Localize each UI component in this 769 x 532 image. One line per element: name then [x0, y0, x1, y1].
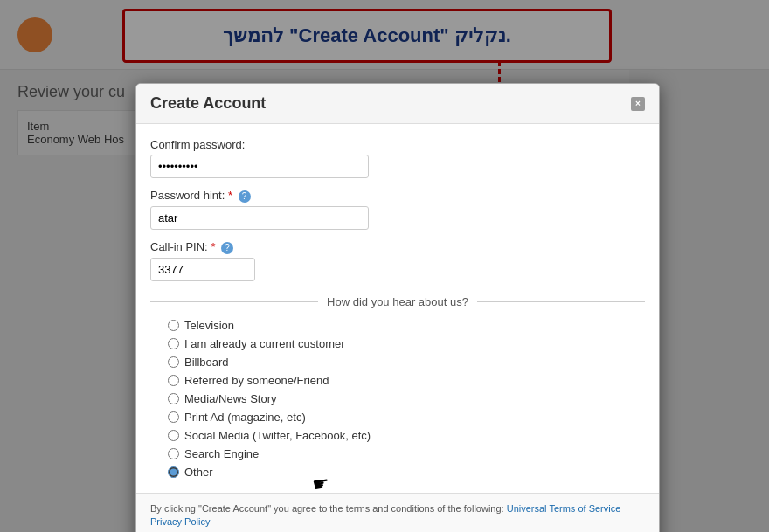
radio-item-print[interactable]: Print Ad (magazine, etc): [168, 411, 627, 424]
radio-item-media[interactable]: Media/News Story: [168, 392, 627, 405]
radio-input-current[interactable]: [168, 338, 179, 349]
how-did-you-hear-group: TelevisionI am already a current custome…: [150, 319, 645, 479]
password-hint-label: Password hint: * ?: [150, 189, 645, 203]
call-in-pin-group: Call-in PIN: * ?: [150, 240, 645, 281]
call-in-pin-required: *: [211, 240, 215, 253]
footer-terms-text: By clicking "Create Account" you agree t…: [150, 502, 645, 529]
call-in-pin-help-icon[interactable]: ?: [221, 242, 233, 254]
password-hint-required: *: [228, 189, 232, 202]
radio-input-referral[interactable]: [168, 375, 179, 386]
radio-item-tv[interactable]: Television: [168, 319, 627, 332]
modal-header: Create Account ×: [136, 84, 659, 124]
radio-item-current[interactable]: I am already a current customer: [168, 337, 627, 350]
password-hint-group: Password hint: * ?: [150, 189, 645, 230]
radio-item-search[interactable]: Search Engine: [168, 447, 627, 460]
create-account-modal: Create Account × Confirm password: Passw…: [135, 83, 660, 532]
radio-item-social[interactable]: Social Media (Twitter, Facebook, etc): [168, 429, 627, 442]
modal-body: Confirm password: Password hint: * ? Cal…: [136, 124, 659, 493]
radio-label-tv: Television: [184, 319, 234, 332]
how-did-you-hear-divider: How did you hear about us?: [150, 295, 645, 308]
privacy-policy-link[interactable]: Privacy Policy: [150, 516, 210, 527]
radio-input-other[interactable]: [168, 466, 179, 478]
radio-item-billboard[interactable]: Billboard: [168, 356, 627, 369]
radio-label-billboard: Billboard: [184, 356, 229, 369]
modal-footer: By clicking "Create Account" you agree t…: [136, 493, 659, 532]
radio-label-other: Other: [184, 466, 213, 479]
radio-label-media: Media/News Story: [184, 392, 276, 405]
radio-input-tv[interactable]: [168, 320, 179, 331]
radio-label-print: Print Ad (magazine, etc): [184, 411, 306, 424]
radio-item-other[interactable]: Other: [168, 466, 627, 479]
terms-of-service-link[interactable]: Universal Terms of Service: [507, 503, 621, 514]
call-in-pin-input[interactable]: [150, 258, 255, 281]
confirm-password-input[interactable]: [150, 155, 369, 178]
modal-close-button[interactable]: ×: [631, 97, 645, 111]
radio-input-social[interactable]: [168, 430, 179, 441]
confirm-password-label: Confirm password:: [150, 138, 645, 151]
radio-input-print[interactable]: [168, 411, 179, 423]
confirm-password-group: Confirm password:: [150, 138, 645, 178]
password-hint-help-icon[interactable]: ?: [239, 190, 251, 203]
radio-input-search[interactable]: [168, 448, 179, 459]
radio-label-current: I am already a current customer: [184, 337, 345, 350]
radio-input-billboard[interactable]: [168, 356, 179, 368]
call-in-pin-label: Call-in PIN: * ?: [150, 240, 645, 254]
password-hint-input[interactable]: [150, 206, 369, 230]
radio-label-social: Social Media (Twitter, Facebook, etc): [184, 429, 371, 442]
radio-input-media[interactable]: [168, 393, 179, 404]
radio-label-referral: Referred by someone/Friend: [184, 374, 329, 387]
radio-label-search: Search Engine: [184, 447, 259, 460]
radio-item-referral[interactable]: Referred by someone/Friend: [168, 374, 627, 387]
modal-title: Create Account: [150, 94, 266, 113]
